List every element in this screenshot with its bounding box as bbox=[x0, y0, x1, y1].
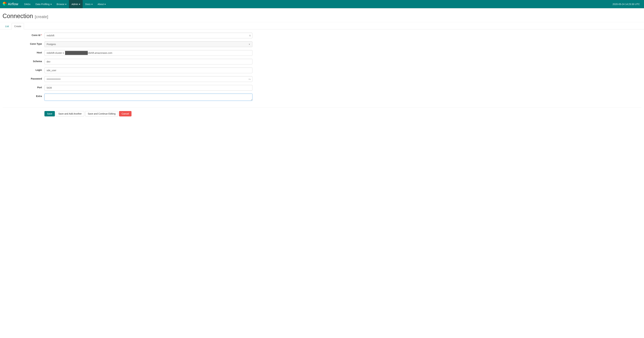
chevron-down-icon: ▾ bbox=[65, 3, 66, 5]
nav-browse[interactable]: Browse ▾ bbox=[54, 0, 69, 8]
form-actions: Save Save and Add Another Save and Conti… bbox=[0, 111, 644, 121]
label-conn-type: Conn Type bbox=[2, 41, 44, 45]
nav-docs[interactable]: Docs ▾ bbox=[83, 0, 95, 8]
label-login: Login bbox=[2, 67, 44, 71]
navbar: Airflow DAGs Data Profiling ▾ Browse ▾ A… bbox=[0, 0, 644, 8]
page-header: Connection [create] bbox=[0, 8, 644, 22]
page-title: Connection bbox=[2, 12, 33, 19]
navbar-menu: DAGs Data Profiling ▾ Browse ▾ Admin ▾ D… bbox=[22, 0, 611, 8]
password-field[interactable] bbox=[44, 76, 252, 82]
nav-dags[interactable]: DAGs bbox=[22, 0, 33, 8]
chevron-down-icon: ▾ bbox=[92, 3, 92, 5]
chevron-down-icon: ▾ bbox=[79, 3, 80, 5]
label-extra: Extra bbox=[2, 94, 44, 97]
connection-form: Conn Id * ⎘ Conn Type Postgres ▼ Host Sc… bbox=[0, 29, 644, 108]
label-port: Port bbox=[2, 85, 44, 89]
label-schema: Schema bbox=[2, 59, 44, 63]
conn-type-select[interactable]: Postgres ▼ bbox=[44, 41, 252, 47]
label-conn-id: Conn Id * bbox=[2, 33, 44, 36]
save-button[interactable]: Save bbox=[44, 111, 55, 116]
nav-data-profiling[interactable]: Data Profiling ▾ bbox=[33, 0, 54, 8]
server-time: 2020-05-24 14:23:30 UTC bbox=[611, 3, 642, 5]
login-field[interactable] bbox=[44, 67, 252, 73]
extra-field[interactable] bbox=[44, 94, 252, 101]
cancel-button[interactable]: Cancel bbox=[119, 111, 132, 116]
airflow-pinwheel-icon bbox=[2, 1, 8, 7]
chevron-down-icon: ▾ bbox=[104, 3, 106, 5]
page-subtitle: [create] bbox=[35, 14, 48, 19]
label-host: Host bbox=[2, 50, 44, 54]
save-continue-button[interactable]: Save and Continue Editing bbox=[85, 111, 118, 116]
conn-id-field[interactable] bbox=[44, 33, 252, 38]
tab-create[interactable]: Create bbox=[12, 23, 24, 29]
nav-about[interactable]: About ▾ bbox=[95, 0, 108, 8]
port-field[interactable] bbox=[44, 85, 252, 91]
tab-list[interactable]: List bbox=[2, 23, 12, 29]
chevron-down-icon: ▾ bbox=[50, 3, 52, 5]
save-add-another-button[interactable]: Save and Add Another bbox=[56, 111, 84, 116]
brand[interactable]: Airflow bbox=[2, 1, 18, 7]
brand-text: Airflow bbox=[8, 2, 18, 6]
nav-admin[interactable]: Admin ▾ bbox=[69, 0, 83, 8]
redacted-segment bbox=[65, 51, 88, 55]
chevron-down-icon: ▼ bbox=[248, 43, 250, 45]
schema-field[interactable] bbox=[44, 59, 252, 64]
tabs: List Create bbox=[0, 23, 644, 29]
label-password: Password bbox=[2, 76, 44, 80]
